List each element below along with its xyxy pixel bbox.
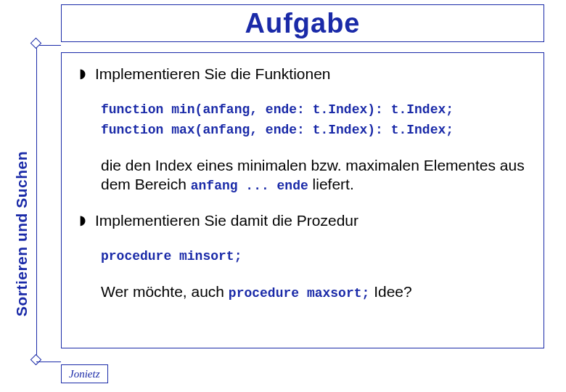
code-inline: procedure maxsort; [229,286,369,301]
code-line: function min(anfang, ende: t.Index): t.I… [101,99,526,120]
paragraph: Wer möchte, auch procedure maxsort; Idee… [101,282,526,303]
item2-text: Implementieren Sie damit die Prozedur [95,211,358,230]
code-line: procedure minsort; [101,246,526,266]
footer-region: Jonietz [61,364,131,383]
bullet-icon: ◗ [79,211,95,230]
diamond-icon [30,38,42,49]
code-block: procedure minsort; [101,246,526,266]
title-box: Aufgabe [61,4,544,42]
slide: Aufgabe Sortieren und Suchen ◗ Implement… [0,0,566,392]
para-text: Wer möchte, auch [101,283,229,300]
list-item: ◗ Implementieren Sie damit die Prozedur [79,211,526,230]
code-line: function max(anfang, ende: t.Index): t.I… [101,120,526,140]
paragraph: die den Index eines minimalen bzw. maxim… [101,156,526,195]
item1-text: Implementieren Sie die Funktionen [95,65,331,83]
sidebar-label-text: Sortieren und Suchen [13,151,30,317]
diamond-icon [30,354,42,366]
slide-title: Aufgabe [245,8,361,39]
list-item: ◗ Implementieren Sie die Funktionen [79,65,526,83]
sidebar-label: Sortieren und Suchen [7,54,36,242]
bullet-icon: ◗ [79,65,95,83]
footer-author: Jonietz [69,368,100,380]
connector-line [36,362,61,362]
para-text: liefert. [308,176,354,192]
footer-box: Jonietz [61,364,108,383]
content-box: ◗ Implementieren Sie die Funktionen func… [61,52,544,348]
para-text: Idee? [369,283,411,300]
connector-line [36,45,61,46]
vertical-divider [36,45,37,362]
code-block: function min(anfang, ende: t.Index): t.I… [101,99,526,140]
title-region: Aufgabe [61,4,544,42]
code-inline: anfang ... ende [191,179,308,193]
